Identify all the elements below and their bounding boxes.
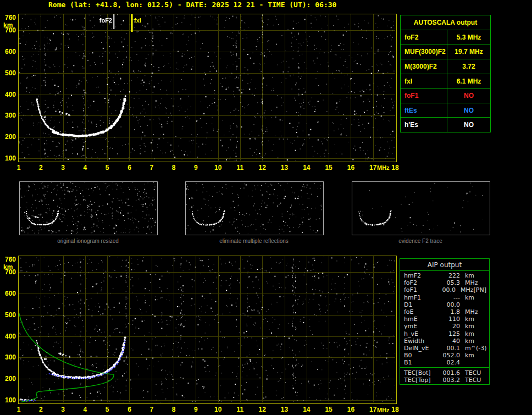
aip-value: 001.6 — [439, 369, 460, 377]
aip-row-TECTop: TEC[Top]003.2TECU — [400, 377, 489, 384]
aip-value: 20 — [439, 323, 460, 330]
fxI-marker-label: fxI — [134, 17, 141, 24]
param-label: h'Es — [401, 118, 447, 132]
x-tick-label: 2 — [39, 164, 43, 171]
aip-row-hmF1: hmF1---km — [400, 294, 489, 301]
aip-tec-rows: TEC[Bot]001.6TECUTEC[Top]003.2TECU — [400, 367, 489, 385]
param-label: ftEs — [401, 103, 447, 118]
x-tick-label: 9 — [194, 406, 198, 413]
x-tick-label: 16 — [347, 406, 354, 413]
autoscala-row-M3000F2: M(3000)F23.72 — [401, 59, 490, 74]
aip-value: 052.0 — [439, 352, 460, 359]
profile-ionogram-plot — [18, 256, 397, 404]
param-value: 19.7 MHz — [447, 45, 490, 59]
aip-table-rows: hmF2222kmfoF205.3MHzfoF100.0MHz[PN]hmF1-… — [400, 271, 489, 367]
x-tick-label: 5 — [106, 164, 109, 171]
panel-original-canvas — [20, 182, 156, 234]
aip-row-hvE: h_vE125km — [400, 330, 489, 337]
y-tick-label: 760 — [1, 256, 16, 263]
aip-param: B1 — [400, 359, 439, 366]
y-tick-label: 500 — [1, 311, 16, 319]
x-tick-label: 2 — [39, 406, 43, 413]
x-tick-label: 3 — [61, 164, 65, 171]
aip-unit: km — [465, 337, 474, 345]
aip-unit: km — [465, 316, 474, 323]
x-tick-label: 9 — [194, 164, 198, 171]
x-tick-label: 6 — [128, 406, 131, 413]
aip-row-foF2: foF205.3MHz — [400, 279, 489, 286]
aip-unit: MHz — [465, 279, 478, 286]
x-tick-label: 14 — [303, 406, 310, 413]
aip-param: foF2 — [400, 279, 439, 286]
x-tick-label: 1 — [17, 164, 21, 171]
aip-value: 003.2 — [439, 377, 460, 384]
x-tick-label: 8 — [172, 406, 176, 413]
y-tick-label: 300 — [1, 353, 16, 361]
param-value: 3.72 — [447, 59, 490, 74]
autoscala-row-MUF3000F2: MUF(3000)F219.7 MHz — [401, 45, 490, 59]
caption-original-ionogram: original ionogram resized — [19, 238, 157, 244]
foF2-marker-label: foF2 — [93, 17, 112, 24]
profile-plot-y-unit-label: km — [3, 263, 13, 271]
x-tick-label: 13 — [281, 164, 288, 171]
x-tick-label: 8 — [172, 164, 176, 171]
station-date-title: Rome (lat: +41.8, lon: 012.5) - DATE: 20… — [48, 1, 336, 9]
aip-row-B0: B0052.0km — [400, 352, 489, 359]
aip-unit: MHz — [461, 286, 474, 294]
param-label: foF1 — [401, 88, 447, 103]
param-label: MUF(3000)F2 — [401, 45, 447, 59]
autoscala-screen: Rome (lat: +41.8, lon: 012.5) - DATE: 20… — [0, 0, 532, 415]
caption-evidence-f2: evidence F2 trace — [352, 238, 489, 244]
main-ionogram-plot — [18, 14, 397, 162]
x-tick-label: 11 — [237, 406, 244, 413]
aip-row-hmE: hmE110km — [400, 316, 489, 323]
y-tick-label: 600 — [1, 290, 16, 297]
aip-param: TEC[Top] — [400, 377, 439, 384]
aip-param: hmF1 — [400, 294, 439, 301]
aip-value: 00.0 — [439, 301, 460, 308]
main-plot-y-unit-label: km — [3, 21, 13, 29]
param-label: M(3000)F2 — [401, 59, 447, 74]
aip-param: h_vE — [400, 330, 439, 337]
y-tick-label: 100 — [1, 154, 16, 162]
y-tick-label: 500 — [1, 69, 16, 77]
aip-row-ymE: ymE20km — [400, 323, 489, 330]
panel-evidence-f2 — [352, 181, 490, 235]
panel-eliminate-reflections — [185, 181, 324, 235]
aip-row-D1: D100.0 — [400, 301, 489, 308]
x-tick-label: 3 — [61, 406, 65, 413]
x-tick-label: 18 — [391, 406, 398, 413]
x-tick-label: 16 — [347, 164, 354, 171]
autoscala-row-ftEs: ftEsNO — [401, 103, 490, 118]
aip-param: hmE — [400, 316, 439, 323]
x-tick-label: 17 — [369, 164, 376, 171]
aip-value: 00.0 — [436, 286, 456, 294]
aip-param: ymE — [400, 323, 439, 330]
aip-value: 222 — [439, 272, 460, 279]
aip-value: 1.8 — [439, 308, 460, 316]
profile-ionogram-canvas — [19, 256, 395, 402]
y-tick-label: 600 — [1, 48, 16, 56]
aip-row-B1: B102.4 — [400, 359, 489, 366]
x-tick-label: 18 — [391, 164, 398, 171]
aip-row-Ewidth: Ewidth40km — [400, 337, 489, 345]
x-tick-label: 10 — [214, 406, 221, 413]
x-tick-label: 4 — [84, 164, 87, 171]
x-tick-label: 17 — [369, 406, 376, 413]
x-tick-label: 4 — [84, 406, 87, 413]
autoscala-output-table: AUTOSCALA output foF25.3 MHzMUF(3000)F21… — [400, 15, 491, 132]
autoscala-table-title: AUTOSCALA output — [401, 15, 490, 30]
aip-unit: MHz — [465, 308, 478, 316]
aip-param: foF1 — [400, 286, 436, 294]
x-tick-label: 14 — [303, 164, 310, 171]
y-tick-label: 100 — [1, 396, 16, 404]
caption-eliminate-reflections: eliminate multiple reflections — [185, 238, 323, 244]
param-label: foF2 — [401, 30, 447, 45]
x-tick-label: 15 — [325, 164, 332, 171]
y-tick-label: 400 — [1, 333, 16, 340]
x-tick-label: 10 — [214, 164, 221, 171]
aip-unit: m^(-3) — [465, 345, 486, 352]
aip-value: 110 — [439, 316, 460, 323]
aip-row-hmF2: hmF2222km — [400, 272, 489, 279]
aip-value: 125 — [439, 330, 460, 337]
